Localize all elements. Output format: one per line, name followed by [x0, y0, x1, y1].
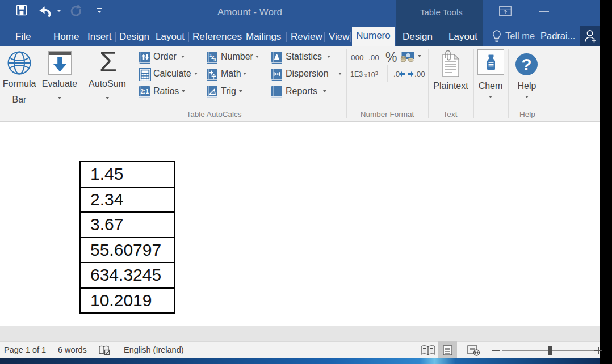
- svg-text:3: 3: [213, 57, 216, 62]
- svg-text:2:1: 2:1: [141, 88, 149, 95]
